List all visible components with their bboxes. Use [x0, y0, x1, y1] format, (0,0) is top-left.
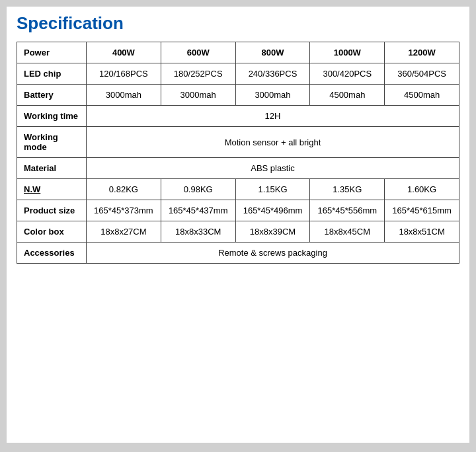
- row-6-col-1: 165*45*437mm: [161, 200, 235, 221]
- page-container: Specification Power400W600W800W1000W1200…: [7, 7, 469, 443]
- row-0-col-2: 240/336PCS: [235, 63, 310, 85]
- row-5-col-0: 0.82KG: [87, 179, 161, 200]
- row-7-col-0: 18x8x27CM: [87, 221, 161, 243]
- row-1-col-1: 3000mah: [161, 85, 235, 106]
- row-label-4: Material: [17, 158, 87, 179]
- row-6-col-3: 165*45*556mm: [310, 200, 385, 221]
- row-label-5: N.W: [17, 179, 87, 200]
- row-span-value-8: Remote & screws packaging: [87, 243, 459, 264]
- row-0-col-0: 120/168PCS: [87, 63, 161, 85]
- specification-table: Power400W600W800W1000W1200WLED chip120/1…: [17, 42, 459, 264]
- row-label-3: Working mode: [17, 127, 87, 158]
- row-7-col-3: 18x8x45CM: [310, 221, 385, 243]
- row-7-col-2: 18x8x39CM: [235, 221, 310, 243]
- row-span-value-2: 12H: [87, 106, 459, 127]
- row-label-6: Product size: [17, 200, 87, 221]
- row-7-col-1: 18x8x33CM: [161, 221, 235, 243]
- row-1-col-0: 3000mah: [87, 85, 161, 106]
- row-0-col-4: 360/504PCS: [385, 63, 459, 85]
- header-col-3: 800W: [235, 42, 310, 63]
- row-1-col-4: 4500mah: [385, 85, 459, 106]
- row-0-col-3: 300/420PCS: [310, 63, 385, 85]
- row-span-value-3: Motion sensor + all bright: [87, 127, 459, 158]
- header-col-1: 400W: [87, 42, 161, 63]
- row-7-col-4: 18x8x51CM: [385, 221, 459, 243]
- header-label: Power: [17, 42, 87, 63]
- row-label-7: Color box: [17, 221, 87, 243]
- row-5-col-4: 1.60KG: [385, 179, 459, 200]
- row-label-1: Battery: [17, 85, 87, 106]
- row-label-2: Working time: [17, 106, 87, 127]
- row-5-col-1: 0.98KG: [161, 179, 235, 200]
- row-6-col-4: 165*45*615mm: [385, 200, 459, 221]
- row-label-8: Accessories: [17, 243, 87, 264]
- row-span-value-4: ABS plastic: [87, 158, 459, 179]
- header-col-5: 1200W: [385, 42, 459, 63]
- row-label-0: LED chip: [17, 63, 87, 85]
- header-col-2: 600W: [161, 42, 235, 63]
- row-6-col-0: 165*45*373mm: [87, 200, 161, 221]
- row-1-col-2: 3000mah: [235, 85, 310, 106]
- page-title: Specification: [17, 13, 459, 34]
- row-0-col-1: 180/252PCS: [161, 63, 235, 85]
- header-col-4: 1000W: [310, 42, 385, 63]
- row-6-col-2: 165*45*496mm: [235, 200, 310, 221]
- row-5-col-2: 1.15KG: [235, 179, 310, 200]
- row-1-col-3: 4500mah: [310, 85, 385, 106]
- row-5-col-3: 1.35KG: [310, 179, 385, 200]
